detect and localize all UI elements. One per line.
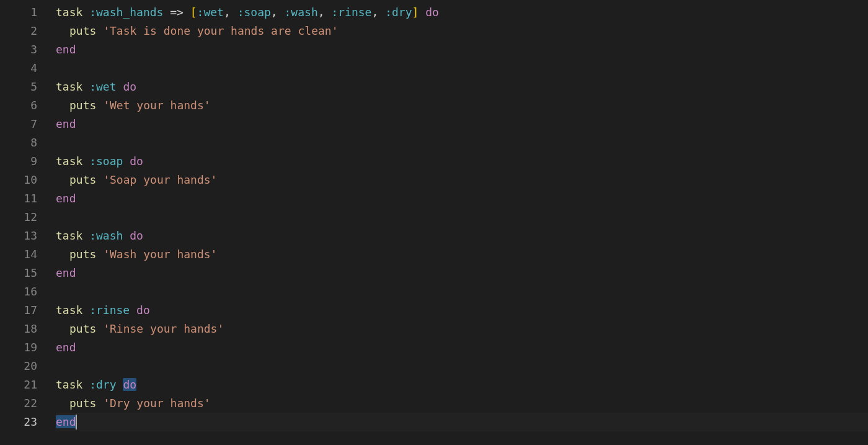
token-kw: end — [56, 192, 76, 205]
line-number: 15 — [0, 264, 37, 282]
code-line[interactable]: end — [56, 413, 868, 431]
code-line[interactable] — [56, 357, 868, 375]
line-number: 6 — [0, 96, 37, 115]
line-number-gutter: 1234567891011121314151617181920212223 — [0, 3, 56, 445]
code-line[interactable]: end — [56, 264, 868, 282]
line-number: 12 — [0, 208, 37, 227]
token-kw: do — [123, 378, 136, 391]
token-sym: :wash_hands — [89, 6, 163, 19]
token-kw: do — [130, 229, 143, 242]
code-line[interactable]: puts 'Wet your hands' — [56, 96, 868, 115]
token-plain — [117, 80, 123, 93]
token-plain: , — [318, 6, 332, 19]
line-number: 18 — [0, 320, 37, 338]
token-kw: do — [425, 6, 439, 19]
token-str: 'Wash your hands' — [103, 248, 217, 261]
line-number: 22 — [0, 394, 37, 413]
line-number: 19 — [0, 338, 37, 357]
line-number: 23 — [0, 413, 37, 431]
line-number: 13 — [0, 227, 37, 245]
token-sym: :dry — [89, 378, 116, 391]
code-line[interactable]: end — [56, 115, 868, 133]
token-kw: do — [130, 155, 143, 168]
code-line[interactable]: task :rinse do — [56, 301, 868, 320]
code-editor[interactable]: 1234567891011121314151617181920212223 ta… — [0, 3, 868, 445]
token-plain — [130, 303, 136, 317]
token-method: puts — [69, 322, 103, 335]
token-kw: end — [56, 117, 76, 130]
code-line[interactable]: puts 'Task is done your hands are clean' — [56, 22, 868, 40]
line-number: 5 — [0, 78, 37, 96]
token-method: task — [56, 6, 89, 19]
line-number: 8 — [0, 133, 37, 152]
token-sym: :soap — [237, 6, 271, 19]
code-line[interactable] — [56, 59, 868, 78]
token-str: 'Dry your hands' — [103, 397, 210, 410]
line-number: 14 — [0, 245, 37, 264]
code-line[interactable]: end — [56, 189, 868, 208]
line-number: 20 — [0, 357, 37, 375]
token-plain — [418, 6, 425, 19]
token-method: task — [56, 378, 89, 391]
token-kw: end — [56, 43, 76, 56]
token-method: task — [56, 80, 89, 93]
token-kw: end — [56, 415, 76, 428]
line-number: 2 — [0, 22, 37, 40]
token-method: puts — [69, 99, 103, 112]
line-number: 7 — [0, 115, 37, 133]
line-number: 16 — [0, 282, 37, 301]
code-line[interactable]: puts 'Wash your hands' — [56, 245, 868, 264]
code-line[interactable]: end — [56, 338, 868, 357]
token-method: puts — [69, 248, 103, 261]
code-line[interactable] — [56, 208, 868, 227]
token-method: task — [56, 155, 89, 168]
code-line[interactable] — [56, 133, 868, 152]
code-line[interactable]: task :soap do — [56, 152, 868, 171]
code-line[interactable]: task :dry do — [56, 375, 868, 394]
token-plain: , — [271, 6, 285, 19]
code-line[interactable]: puts 'Rinse your hands' — [56, 320, 868, 338]
text-cursor — [76, 415, 77, 429]
token-sym: :rinse — [331, 6, 371, 19]
line-number: 17 — [0, 301, 37, 320]
token-method: puts — [69, 397, 103, 410]
token-str: 'Task is done your hands are clean' — [103, 24, 338, 37]
line-number: 21 — [0, 375, 37, 394]
token-kw: end — [56, 266, 76, 279]
token-sym: :dry — [385, 6, 412, 19]
token-method: task — [56, 229, 89, 242]
code-area[interactable]: task :wash_hands => [:wet, :soap, :wash,… — [56, 3, 868, 445]
code-line[interactable] — [56, 282, 868, 301]
line-number: 3 — [0, 40, 37, 59]
code-line[interactable]: puts 'Dry your hands' — [56, 394, 868, 413]
token-sym: :wash — [89, 229, 123, 242]
token-bracket1: [ — [190, 6, 197, 19]
token-kw: do — [136, 303, 150, 317]
code-line[interactable]: task :wash do — [56, 227, 868, 245]
token-method: task — [56, 303, 89, 317]
token-bracket1: ] — [412, 6, 418, 19]
line-number: 9 — [0, 152, 37, 171]
token-method: puts — [69, 173, 103, 186]
token-kw: end — [56, 341, 76, 354]
code-line[interactable]: puts 'Soap your hands' — [56, 171, 868, 189]
code-line[interactable]: end — [56, 40, 868, 59]
token-sym: :soap — [89, 155, 123, 168]
token-sym: :wet — [197, 6, 224, 19]
line-number: 10 — [0, 171, 37, 189]
token-plain: , — [224, 6, 237, 19]
line-number: 11 — [0, 189, 37, 208]
token-sym: :wet — [89, 80, 116, 93]
token-str: 'Wet your hands' — [103, 99, 210, 112]
token-plain — [123, 155, 130, 168]
token-kw: do — [123, 80, 136, 93]
token-str: 'Rinse your hands' — [103, 322, 224, 335]
token-method: puts — [69, 24, 103, 37]
token-sym: :rinse — [89, 303, 130, 317]
code-line[interactable]: task :wash_hands => [:wet, :soap, :wash,… — [56, 3, 868, 22]
token-plain — [123, 229, 130, 242]
line-number: 1 — [0, 3, 37, 22]
token-sym: :wash — [285, 6, 318, 19]
code-line[interactable]: task :wet do — [56, 78, 868, 96]
line-number: 4 — [0, 59, 37, 78]
